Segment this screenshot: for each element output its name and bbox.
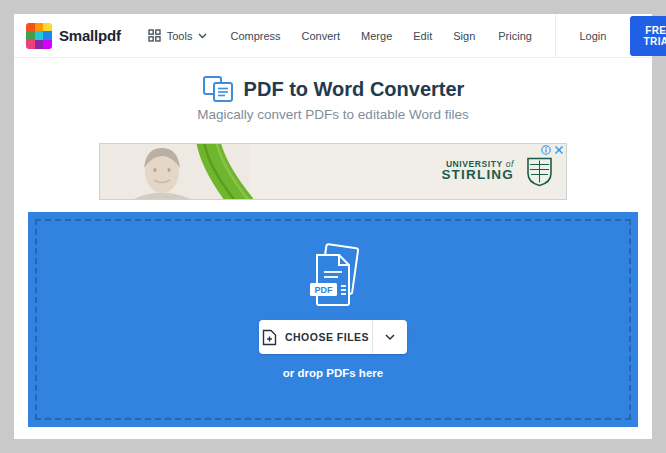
- brand-name: Smallpdf: [59, 27, 121, 44]
- nav-link-pricing[interactable]: Pricing: [475, 30, 555, 42]
- hero-section: PDF to Word Converter Magically convert …: [14, 58, 652, 122]
- smallpdf-page: Smallpdf Tools Compress Convert Merge Ed…: [14, 14, 652, 439]
- add-file-icon: [262, 329, 277, 346]
- ad-info-icon[interactable]: [541, 145, 551, 155]
- top-navigation-bar: Smallpdf Tools Compress Convert Merge Ed…: [14, 14, 652, 58]
- choose-files-label: CHOOSE FILES: [285, 331, 369, 343]
- nav-link-edit[interactable]: Edit: [413, 30, 432, 42]
- ad-brush-stroke: [160, 143, 280, 200]
- pdf-to-word-tool-icon: [202, 75, 234, 103]
- pdf-badge-label: PDF: [315, 285, 334, 295]
- ad-controls: [541, 145, 564, 155]
- drop-hint-text: or drop PDFs here: [283, 367, 383, 379]
- header-right-group: Pricing Login FREE TRIAL: [475, 14, 666, 57]
- ad-advertiser-name[interactable]: UNIVERSITY of STIRLING: [441, 160, 514, 183]
- tools-label: Tools: [167, 30, 193, 42]
- primary-nav-links: Compress Convert Merge Edit Sign: [230, 30, 475, 42]
- choose-files-button[interactable]: CHOOSE FILES: [259, 320, 407, 354]
- page-title: PDF to Word Converter: [244, 78, 465, 101]
- smallpdf-logo[interactable]: Smallpdf: [26, 23, 121, 49]
- chevron-down-icon: [198, 33, 207, 39]
- stirling-crest-icon: [526, 156, 553, 187]
- chevron-down-icon: [385, 334, 395, 341]
- nav-link-merge[interactable]: Merge: [361, 30, 392, 42]
- grid-icon: [148, 29, 161, 42]
- free-trial-button[interactable]: FREE TRIAL: [630, 16, 666, 56]
- advertisement-banner[interactable]: UNIVERSITY of STIRLING: [99, 143, 567, 200]
- nav-link-sign[interactable]: Sign: [453, 30, 475, 42]
- nav-link-convert[interactable]: Convert: [302, 30, 341, 42]
- nav-link-compress[interactable]: Compress: [230, 30, 280, 42]
- smallpdf-logo-icon: [26, 23, 52, 49]
- tools-menu-button[interactable]: Tools: [148, 29, 208, 42]
- page-subtitle: Magically convert PDFs to editable Word …: [14, 107, 652, 122]
- login-link[interactable]: Login: [555, 30, 630, 42]
- ad-close-icon[interactable]: [554, 145, 564, 155]
- file-drop-zone[interactable]: PDF CHOOSE FILES: [28, 212, 638, 427]
- ad-university-line2: STIRLING: [441, 169, 514, 183]
- pdf-files-icon: PDF: [301, 243, 365, 311]
- file-source-dropdown[interactable]: [373, 320, 407, 354]
